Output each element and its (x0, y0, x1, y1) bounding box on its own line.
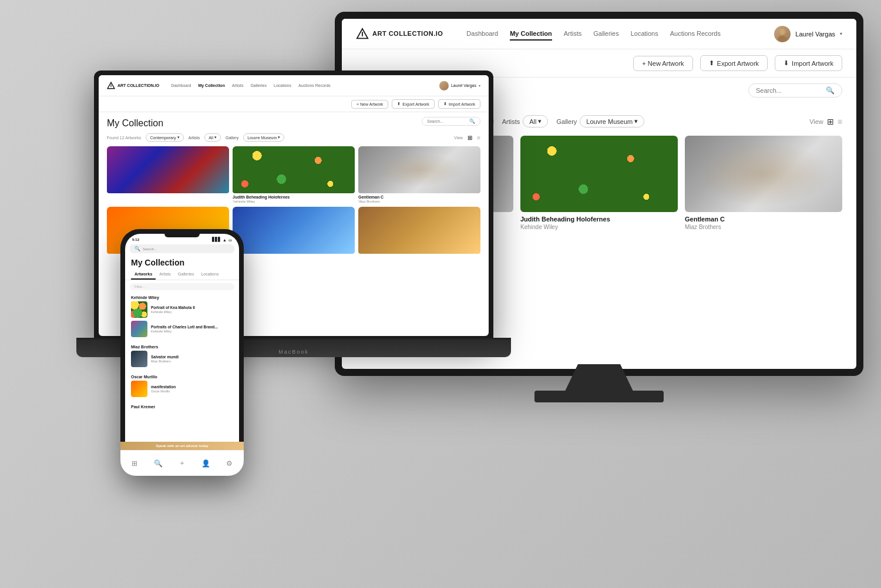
artists-filter-group: Artists All ▾ (502, 115, 549, 127)
laptop-import-artwork-button[interactable]: ⬇ Import Artwork (438, 99, 480, 109)
phone-tab-artworks[interactable]: Artworks (131, 270, 156, 280)
phone-artwork-title-charles: Portraits of Charles Lott and Brand... (151, 325, 233, 330)
laptop-grid-view-icon[interactable]: ⊞ (468, 135, 472, 141)
phone-artwork-artist-manifestation: Oscar Murillo (151, 389, 233, 393)
nav-link-artists[interactable]: Artists (564, 28, 582, 41)
logo-icon (356, 28, 369, 41)
nav-link-dashboard[interactable]: Dashboard (466, 28, 498, 41)
phone-bottom-gear-icon[interactable]: ⚙ (224, 458, 236, 469)
laptop-nav-locations[interactable]: Locations (274, 83, 291, 88)
grid-view-icon[interactable]: ⊞ (827, 117, 834, 126)
scene: ART COLLECTION.IO Dashboard My Collectio… (0, 0, 881, 588)
laptop-artwork-artist-judith: Kehinde Wiley (233, 200, 355, 203)
nav-link-auctions[interactable]: Auctions Records (670, 28, 721, 41)
laptop-new-artwork-button[interactable]: + New Artwork (351, 100, 388, 109)
phone-artwork-item-kea[interactable]: Portrait of Kea Mahuta II Kehinde Wiley (131, 301, 233, 318)
phone-search-bar[interactable]: 🔍 Search... (130, 244, 234, 253)
desktop-search-input[interactable] (756, 87, 822, 94)
artwork-card-gentleman[interactable]: Gentleman C Miaz Brothers (685, 136, 842, 230)
phone-artwork-title-kea: Portrait of Kea Mahuta II (151, 305, 233, 310)
phone-artist-name-paul: Paul Kremer (131, 405, 233, 409)
battery-icon: ▭ (228, 238, 232, 242)
phone-artist-name-kehinde: Kehinde Wiley (131, 295, 233, 300)
laptop-gallery-label: Gallery (226, 136, 238, 140)
nav-link-collection[interactable]: My Collection (510, 28, 552, 41)
laptop-nav-dashboard[interactable]: Dashboard (171, 83, 191, 88)
phone-artwork-thumb-manifestation (131, 381, 147, 397)
artists-label: Artists (502, 118, 520, 125)
laptop-nav-collection[interactable]: My Collection (198, 83, 225, 88)
phone-artwork-item-manifestation[interactable]: manifestation Oscar Murillo (131, 381, 233, 397)
phone-bottom-person-icon[interactable]: 👤 (200, 458, 211, 469)
phone-bottom-search-icon[interactable]: 🔍 (153, 458, 164, 469)
phone-page-title: My Collection (125, 254, 239, 270)
laptop-artwork-img-gentleman (358, 146, 480, 193)
laptop-nav-auctions[interactable]: Auctions Records (298, 83, 331, 88)
phone-artist-list: Kehinde Wiley Portrait of Kea Mahuta II … (125, 293, 239, 422)
laptop-toolbar: + New Artwork ⬆ Export Artwork ⬇ Import … (99, 96, 489, 112)
phone-artwork-item-charles[interactable]: Portraits of Charles Lott and Brand... K… (131, 321, 233, 337)
phone-artwork-title-manifestation: manifestation (151, 385, 233, 389)
laptop-artwork-card-colorful[interactable] (233, 207, 355, 256)
laptop-artists-pill[interactable]: All ▾ (204, 133, 221, 142)
laptop-logo: ART COLLECTION.IO (107, 82, 159, 90)
phone-artwork-thumb-charles (131, 321, 147, 337)
artists-chevron-icon: ▾ (538, 117, 542, 125)
desktop-logo-text: ART COLLECTION.IO (372, 30, 443, 37)
gallery-filter-pill[interactable]: Louvre Museum ▾ (580, 115, 644, 127)
phone-artist-group-oscar: Oscar Murillo manifestation Oscar Murill… (125, 372, 239, 402)
phone-artwork-thumb-salvator (131, 351, 147, 367)
laptop-artwork-img-judith (233, 146, 355, 193)
laptop-tags-pill[interactable]: Contemporary ▾ (146, 133, 183, 142)
laptop-gallery-pill[interactable]: Louvre Museum ▾ (243, 133, 284, 142)
phone-artwork-info-kea: Portrait of Kea Mahuta II Kehinde Wiley (151, 305, 233, 314)
list-view-icon[interactable]: ≡ (838, 117, 842, 126)
search-icon: 🔍 (826, 86, 835, 95)
phone-search-icon: 🔍 (134, 246, 140, 251)
phone-artist-name-oscar: Oscar Murillo (131, 375, 233, 379)
phone-artist-group-paul: Paul Kremer (125, 402, 239, 413)
laptop-nav-galleries[interactable]: Galleries (250, 83, 267, 88)
laptop-nav-artists[interactable]: Artists (232, 83, 243, 88)
new-artwork-button[interactable]: + New Artwork (633, 56, 692, 71)
artists-filter-pill[interactable]: All ▾ (523, 115, 548, 127)
phone-filter-input[interactable]: Filter... (130, 283, 234, 290)
svg-point-3 (778, 36, 787, 42)
phone-tab-galleries[interactable]: Galleries (174, 270, 198, 280)
gallery-chevron-icon: ▾ (634, 117, 638, 125)
phone-bottom-grid-icon[interactable]: ⊞ (129, 458, 140, 469)
phone-cta-banner[interactable]: Speak with an art adviser today (125, 442, 239, 450)
nav-link-locations[interactable]: Locations (631, 28, 658, 41)
laptop-tags-value: Contemporary (150, 136, 176, 140)
laptop-artwork-card-gentleman[interactable]: Gentleman C Miaz Brothers (358, 146, 480, 203)
laptop-artwork-card-abstract[interactable] (107, 146, 229, 203)
nav-link-galleries[interactable]: Galleries (593, 28, 618, 41)
desktop-logo: ART COLLECTION.IO (356, 28, 443, 41)
laptop-list-view-icon[interactable]: ≡ (477, 135, 480, 141)
laptop-gallery-chevron-icon: ▾ (278, 135, 280, 140)
laptop-artwork-img-abstract (107, 146, 229, 193)
desktop-search-box[interactable]: 🔍 (748, 83, 842, 98)
laptop-view-label: View (454, 136, 463, 140)
laptop-export-artwork-button[interactable]: ⬆ Export Artwork (392, 99, 435, 109)
phone-artwork-item-salvator[interactable]: Salvator mundi Miaz Brothers (131, 351, 233, 367)
phone-bottom-plus-icon[interactable]: ＋ (176, 458, 188, 469)
phone-frame: 5:12 ▋▋▋ ▲ ▭ 🔍 Search... My Collection (120, 229, 244, 476)
laptop-artwork-card-portrait[interactable] (358, 207, 480, 256)
phone-artwork-artist-charles: Kehinde Wiley (151, 330, 233, 333)
artwork-artist-gentleman: Miaz Brothers (685, 224, 842, 230)
laptop-search-input[interactable] (427, 119, 468, 123)
phone-artist-group-kehinde: Kehinde Wiley Portrait of Kea Mahuta II … (125, 293, 239, 342)
import-artwork-button[interactable]: ⬇ Import Artwork (775, 55, 842, 71)
phone-bottom-bar: ⊞ 🔍 ＋ 👤 ⚙ (125, 450, 239, 471)
gallery-value: Louvre Museum (586, 118, 633, 125)
gallery-label: Gallery (556, 118, 577, 125)
laptop-export-icon: ⬆ (397, 102, 401, 106)
laptop-artwork-card-judith[interactable]: Judith Beheading Holofernes Kehinde Wile… (233, 146, 355, 203)
import-icon: ⬇ (784, 59, 789, 67)
artwork-card-judith[interactable]: Judith Beheading Holofernes Kehinde Wile… (520, 136, 678, 230)
laptop-search-box[interactable]: 🔍 (422, 117, 480, 126)
phone-tab-locations[interactable]: Locations (197, 270, 222, 280)
export-artwork-button[interactable]: ⬆ Export Artwork (700, 55, 768, 71)
phone-tab-artists[interactable]: Artists (156, 270, 174, 280)
